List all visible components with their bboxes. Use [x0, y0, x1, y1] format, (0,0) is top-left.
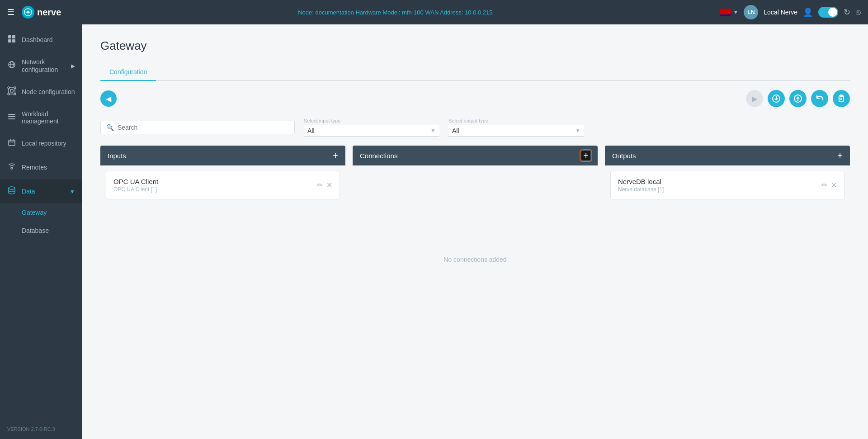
top-header: ☰ nerve Node: documentation Hardware Mod…	[0, 0, 868, 24]
connections-title: Connections	[360, 152, 397, 160]
input-item-title: OPC UA Client	[113, 178, 158, 185]
chevron-down-icon-output: ▼	[575, 127, 580, 134]
connections-add-button[interactable]: +	[581, 151, 590, 160]
sidebar-item-workload-management[interactable]: Workload management	[0, 104, 82, 132]
app-logo: nerve	[22, 6, 61, 19]
ln-badge: LN	[744, 5, 758, 19]
page-title: Gateway	[100, 39, 850, 53]
input-item-subtitle: OPC UA Client [1]	[113, 186, 158, 193]
sidebar-item-data[interactable]: Data ▼	[0, 179, 82, 203]
search-input[interactable]	[118, 124, 289, 131]
user-label: Local Nerve	[764, 9, 797, 16]
wan-address: 10.0.0.215	[465, 9, 492, 16]
sidebar-item-data-label: Data	[22, 188, 35, 195]
hardware-label: Hardware Model:	[355, 9, 400, 16]
sidebar: Dashboard Network configuration ▶	[0, 24, 82, 439]
inputs-header: Inputs +	[100, 146, 345, 165]
sidebar-sub-item-database[interactable]: Database	[0, 222, 82, 240]
node-info: Node: documentation Hardware Model: mfn-…	[75, 9, 715, 16]
svg-rect-8	[10, 90, 13, 92]
logo-icon	[22, 6, 34, 19]
language-selector[interactable]: ▼	[720, 9, 738, 16]
input-item-opc-ua: OPC UA Client OPC UA Client [1] ✏ ✕	[106, 171, 340, 199]
data-icon	[7, 186, 16, 197]
input-type-select-group: Select input type All OPC UA Client MQTT…	[304, 118, 439, 137]
input-item-edit-button[interactable]: ✏	[317, 181, 323, 189]
tab-configuration[interactable]: Configuration	[100, 64, 156, 81]
chevron-down-icon: ▼	[430, 127, 436, 134]
hamburger-icon[interactable]: ☰	[7, 7, 14, 17]
filter-row: 🔍 Select input type All OPC UA Client MQ…	[100, 118, 850, 137]
sidebar-item-workload-label: Workload management	[22, 110, 75, 126]
outputs-header: Outputs +	[605, 146, 850, 165]
inputs-title: Inputs	[108, 152, 126, 160]
refresh-button[interactable]: ↻	[844, 7, 850, 17]
sidebar-version: VERSION 2.7.0-RC.3	[0, 419, 82, 439]
connections-header: Connections +	[353, 146, 598, 165]
svg-rect-20	[9, 140, 15, 146]
language-chevron: ▼	[733, 9, 738, 15]
output-type-select-group: Select output type All Nerve database MQ…	[448, 118, 584, 137]
sidebar-item-dashboard-label: Dashboard	[22, 36, 53, 44]
node-icon	[7, 86, 16, 98]
input-item-delete-button[interactable]: ✕	[326, 181, 332, 189]
sidebar-sub-database-label: Database	[22, 227, 49, 234]
svg-point-9	[8, 87, 9, 89]
play-button[interactable]: ▶	[746, 90, 763, 107]
output-type-select[interactable]: All Nerve database MQTT Cloud ▼	[448, 125, 584, 137]
clipboard-button[interactable]	[833, 90, 850, 107]
repository-icon	[7, 138, 16, 149]
search-icon: 🔍	[106, 124, 114, 131]
output-type-dropdown[interactable]: All Nerve database MQTT Cloud	[452, 127, 571, 134]
svg-rect-17	[8, 114, 15, 115]
output-type-label: Select output type	[448, 118, 584, 123]
sidebar-item-dashboard[interactable]: Dashboard	[0, 28, 82, 52]
toggle-switch[interactable]	[818, 7, 838, 18]
undo-button[interactable]	[811, 90, 828, 107]
connections-column: Connections + No connections added	[353, 146, 598, 354]
logout-button[interactable]: ⎋	[856, 8, 861, 17]
svg-point-10	[14, 87, 16, 89]
outputs-title: Outputs	[612, 152, 636, 160]
output-item-title: NerveDB local	[618, 178, 664, 185]
node-label: Node:	[298, 9, 314, 16]
outputs-add-button[interactable]: +	[837, 151, 843, 160]
output-item-nervedb: NerveDB local Nerve database [1] ✏ ✕	[610, 171, 844, 199]
sidebar-sub-gateway-label: Gateway	[22, 209, 47, 216]
svg-point-11	[8, 93, 9, 95]
export-button[interactable]	[789, 90, 807, 107]
controls-row: ◀ ▶	[100, 90, 850, 107]
sidebar-item-local-repository[interactable]: Local repository	[0, 132, 82, 156]
sidebar-item-node-configuration[interactable]: Node configuration	[0, 80, 82, 104]
svg-rect-1	[8, 35, 11, 38]
hardware-name: mfn-100	[402, 9, 424, 16]
back-button[interactable]: ◀	[100, 90, 117, 107]
svg-rect-4	[12, 39, 15, 42]
output-item-delete-button[interactable]: ✕	[831, 181, 837, 189]
inputs-add-button[interactable]: +	[333, 151, 338, 160]
dashboard-icon	[7, 34, 16, 46]
connections-content: No connections added	[353, 165, 598, 354]
main-layout: Dashboard Network configuration ▶	[0, 24, 868, 439]
input-type-dropdown[interactable]: All OPC UA Client MQTT ModBus	[307, 127, 427, 134]
svg-rect-2	[12, 35, 15, 38]
input-type-label: Select input type	[304, 118, 439, 123]
sidebar-item-network-label: Network configuration	[22, 58, 66, 74]
wan-label: WAN Address:	[425, 9, 463, 16]
input-type-select[interactable]: All OPC UA Client MQTT ModBus ▼	[304, 125, 439, 137]
tab-bar: Configuration	[100, 64, 850, 81]
user-profile-button[interactable]: 👤	[803, 7, 813, 17]
import-button[interactable]	[768, 90, 785, 107]
inputs-content: OPC UA Client OPC UA Client [1] ✏ ✕	[100, 165, 345, 354]
sidebar-item-remotes[interactable]: Remotes	[0, 156, 82, 179]
logo-text: nerve	[37, 7, 61, 18]
workload-icon	[7, 112, 16, 123]
svg-rect-3	[8, 39, 11, 42]
columns-grid: Inputs + OPC UA Client OPC UA Client [1]…	[100, 146, 850, 354]
sidebar-sub-item-gateway[interactable]: Gateway	[0, 203, 82, 222]
header-actions: ▼ LN Local Nerve 👤 ↻ ⎋	[720, 5, 861, 19]
output-item-edit-button[interactable]: ✏	[821, 181, 827, 189]
sidebar-item-network-configuration[interactable]: Network configuration ▶	[0, 52, 82, 80]
remotes-icon	[7, 162, 16, 173]
outputs-column: Outputs + NerveDB local Nerve database […	[605, 146, 850, 354]
